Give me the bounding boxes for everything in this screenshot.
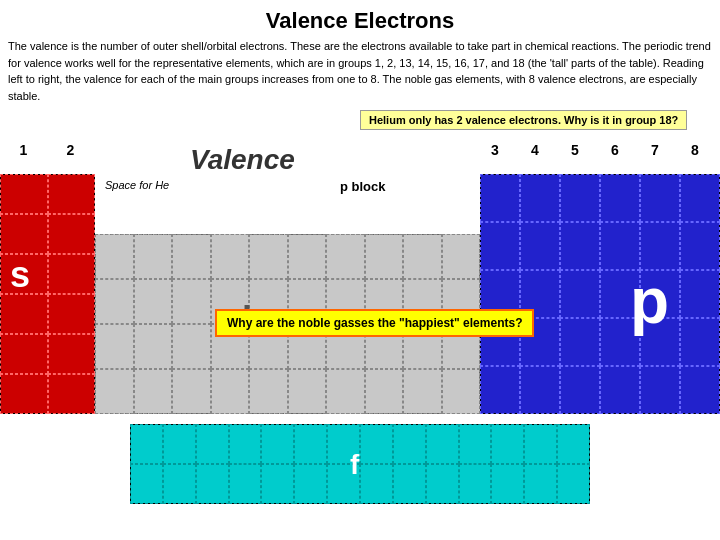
p-cell bbox=[560, 222, 600, 270]
p-cell bbox=[560, 366, 600, 414]
p-cell bbox=[560, 270, 600, 318]
p-label: p bbox=[630, 264, 669, 338]
s-cell bbox=[48, 294, 96, 334]
p-cell bbox=[600, 366, 640, 414]
p-cell bbox=[680, 222, 720, 270]
group-1: 1 bbox=[0, 142, 47, 158]
p-cell bbox=[640, 366, 680, 414]
f-grid bbox=[130, 424, 590, 504]
noble-gases-note: Why are the noble gasses the "happiest" … bbox=[215, 309, 534, 337]
p-cell bbox=[560, 174, 600, 222]
p-cell bbox=[640, 222, 680, 270]
s-cell bbox=[0, 174, 48, 214]
s-cell bbox=[48, 334, 96, 374]
group-6: 6 bbox=[595, 142, 635, 158]
f-label: f bbox=[350, 449, 359, 481]
helium-note: Helium only has 2 valence electrons. Why… bbox=[360, 110, 687, 130]
intro-text: The valence is the number of outer shell… bbox=[0, 38, 720, 110]
p-cell bbox=[600, 174, 640, 222]
s-cell bbox=[48, 374, 96, 414]
periodic-table-area: 1 2 3 4 5 6 7 8 Valence s Space for He s… bbox=[0, 134, 720, 540]
group-2: 2 bbox=[47, 142, 94, 158]
p-grid bbox=[480, 174, 720, 414]
p-cell bbox=[680, 270, 720, 318]
valence-label: Valence bbox=[190, 144, 295, 176]
s-cell bbox=[48, 174, 96, 214]
p-cell bbox=[480, 174, 520, 222]
p-cell bbox=[680, 174, 720, 222]
p-cell bbox=[640, 174, 680, 222]
p-cell bbox=[520, 366, 560, 414]
s-cell bbox=[48, 254, 96, 294]
p-cell bbox=[680, 318, 720, 366]
p-cell bbox=[520, 174, 560, 222]
s-label: s bbox=[10, 254, 30, 296]
s-cell bbox=[0, 214, 48, 254]
group-5: 5 bbox=[555, 142, 595, 158]
group-7: 7 bbox=[635, 142, 675, 158]
page-title: Valence Electrons bbox=[0, 0, 720, 38]
group-numbers-left: 1 2 bbox=[0, 142, 94, 158]
p-cell bbox=[600, 222, 640, 270]
p-cell bbox=[480, 366, 520, 414]
group-4: 4 bbox=[515, 142, 555, 158]
space-he-note: Space for He bbox=[105, 179, 169, 191]
p-block-label: p block bbox=[340, 179, 386, 194]
p-cell bbox=[480, 222, 520, 270]
group-numbers-right: 3 4 5 6 7 8 bbox=[475, 142, 715, 158]
p-cell bbox=[560, 318, 600, 366]
p-cell bbox=[680, 366, 720, 414]
s-cell bbox=[0, 374, 48, 414]
group-8: 8 bbox=[675, 142, 715, 158]
p-cell bbox=[520, 222, 560, 270]
s-cell bbox=[48, 214, 96, 254]
s-cell bbox=[0, 294, 48, 334]
s-cell bbox=[0, 334, 48, 374]
group-3: 3 bbox=[475, 142, 515, 158]
